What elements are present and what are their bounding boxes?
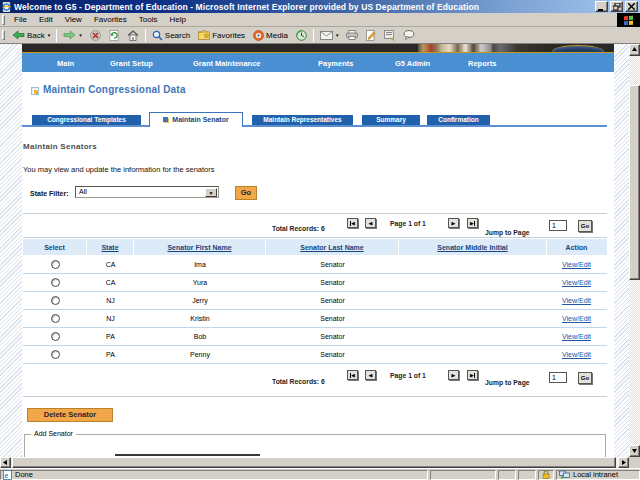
nav-main[interactable]: Main	[57, 59, 74, 68]
jump-go-button[interactable]: Go	[578, 220, 592, 232]
menu-help[interactable]: Help	[163, 15, 191, 24]
toolbar-grip[interactable]	[2, 30, 5, 40]
security-pane	[538, 470, 554, 480]
tab-label: Summary	[376, 116, 406, 123]
row-radio[interactable]	[51, 314, 60, 323]
nav-grant-setup[interactable]: Grant Setup	[110, 59, 153, 68]
last-page-button[interactable]: ▶	[467, 370, 478, 380]
nav-grant-maintenance[interactable]: Grant Maintenance	[193, 59, 261, 68]
col-state[interactable]: State	[87, 239, 134, 255]
menu-view[interactable]: View	[59, 15, 88, 24]
menu-file[interactable]: File	[8, 15, 33, 24]
view-edit-link[interactable]: View/Edit	[562, 279, 591, 286]
cell-state: CA	[87, 256, 134, 273]
mail-icon	[320, 31, 333, 40]
col-middle-initial[interactable]: Senator Middle Initial	[399, 239, 547, 255]
mail-dropdown-icon[interactable]: ▾	[336, 32, 339, 38]
active-tab-icon	[163, 117, 168, 122]
next-page-button[interactable]: ▶	[448, 218, 459, 228]
view-edit-link[interactable]: View/Edit	[562, 351, 591, 358]
view-edit-link[interactable]: View/Edit	[562, 315, 591, 322]
tab-confirmation[interactable]: Confirmation	[427, 115, 490, 125]
print-button[interactable]	[342, 28, 362, 43]
cell-middle-initial	[399, 292, 547, 309]
tab-summary[interactable]: Summary	[362, 115, 420, 125]
menu-edit[interactable]: Edit	[33, 15, 59, 24]
edit-button[interactable]	[362, 28, 380, 43]
col-last-name[interactable]: Senator Last Name	[266, 239, 399, 255]
row-radio[interactable]	[51, 332, 60, 341]
select-dropdown-icon[interactable]: ▼	[205, 188, 217, 197]
refresh-button[interactable]	[105, 28, 123, 43]
stop-button[interactable]	[86, 28, 105, 43]
search-button[interactable]: Search	[148, 28, 194, 43]
mail-button[interactable]: ▾	[316, 28, 343, 43]
tab-congressional-templates[interactable]: Congressional Templates	[32, 115, 141, 125]
vertical-scrollbar[interactable]	[629, 44, 640, 457]
nav-reports[interactable]: Reports	[468, 59, 496, 68]
row-radio[interactable]	[51, 278, 60, 287]
col-first-name[interactable]: Senator First Name	[134, 239, 266, 255]
prev-page-button[interactable]: ◀	[365, 218, 376, 228]
minimize-button[interactable]	[595, 1, 608, 12]
column-label: State	[101, 244, 118, 251]
first-page-button[interactable]: ◀	[347, 218, 358, 228]
scroll-up-button[interactable]	[629, 44, 640, 56]
jump-go-button[interactable]: Go	[578, 372, 592, 384]
add-senator-fieldset: Add Senator	[24, 434, 606, 457]
back-button[interactable]: Back ▾	[8, 28, 54, 43]
back-dropdown-icon[interactable]: ▾	[48, 32, 51, 38]
favorites-button[interactable]: Favorites	[194, 28, 249, 43]
horizontal-scroll-thumb[interactable]	[12, 457, 616, 468]
back-label: Back	[27, 31, 45, 40]
cell-last-name: Senator	[266, 346, 399, 363]
last-page-button[interactable]: ▶	[467, 218, 478, 228]
tab-maintain-senator[interactable]: Maintain Senator	[149, 112, 243, 127]
close-button[interactable]	[625, 1, 638, 12]
first-page-button[interactable]: ◀	[347, 370, 358, 380]
state-filter-select[interactable]: All ▼	[75, 186, 219, 198]
scroll-right-button[interactable]	[618, 457, 629, 468]
nav-g5-admin[interactable]: G5 Admin	[395, 59, 430, 68]
tab-label: Congressional Templates	[47, 116, 126, 123]
discuss-button[interactable]	[380, 28, 399, 43]
forward-icon	[63, 30, 76, 40]
nav-payments[interactable]: Payments	[318, 59, 353, 68]
favorites-label: Favorites	[212, 31, 245, 40]
menu-favorites[interactable]: Favorites	[88, 15, 133, 24]
menu-grip[interactable]	[2, 15, 5, 25]
scroll-left-button[interactable]	[0, 457, 11, 468]
cell-middle-initial	[399, 256, 547, 273]
row-radio[interactable]	[51, 296, 60, 305]
divider	[23, 213, 607, 214]
jump-to-page-input[interactable]	[549, 220, 567, 231]
delete-senator-button[interactable]: Delete Senator	[27, 408, 113, 422]
state-filter-go-button[interactable]: Go	[235, 186, 257, 200]
view-edit-link[interactable]: View/Edit	[562, 297, 591, 304]
favorites-icon	[198, 30, 210, 40]
prev-page-button[interactable]: ◀	[365, 370, 376, 380]
view-edit-link[interactable]: View/Edit	[562, 261, 591, 268]
media-button[interactable]: Media	[249, 28, 292, 43]
table-row: PA Bob Senator View/Edit	[23, 328, 607, 346]
column-label: Senator Middle Initial	[437, 244, 507, 251]
cell-middle-initial	[399, 310, 547, 327]
history-button[interactable]	[292, 28, 311, 43]
restore-button[interactable]	[610, 1, 623, 12]
next-page-button[interactable]: ▶	[448, 370, 459, 380]
jump-to-page-input[interactable]	[549, 372, 567, 383]
tab-label: Maintain Representatives	[263, 116, 341, 123]
tab-maintain-representatives[interactable]: Maintain Representatives	[252, 115, 353, 125]
menu-tools[interactable]: Tools	[133, 15, 164, 24]
row-radio[interactable]	[51, 350, 60, 359]
history-icon	[296, 30, 307, 41]
messenger-button[interactable]	[399, 28, 419, 43]
forward-button[interactable]: ▾	[59, 28, 86, 43]
row-radio[interactable]	[51, 260, 60, 269]
horizontal-scrollbar[interactable]	[0, 457, 629, 468]
vertical-scroll-thumb[interactable]	[629, 85, 640, 280]
home-button[interactable]	[123, 28, 143, 43]
view-edit-link[interactable]: View/Edit	[562, 333, 591, 340]
scroll-down-button[interactable]	[629, 445, 640, 457]
forward-dropdown-icon[interactable]: ▾	[79, 32, 82, 38]
